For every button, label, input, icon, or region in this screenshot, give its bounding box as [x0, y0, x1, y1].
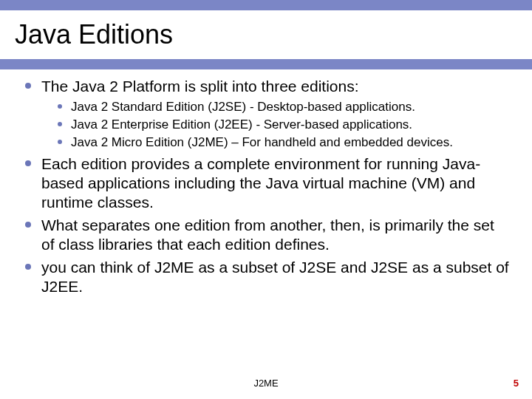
- list-item: Each edition provides a complete environ…: [25, 154, 510, 211]
- page-number: 5: [514, 378, 519, 389]
- list-item: Java 2 Enterprise Edition (J2EE) - Serve…: [41, 117, 510, 132]
- slide-title: Java Editions: [15, 19, 173, 50]
- bullet-list: The Java 2 Platform is split into three …: [25, 77, 510, 296]
- bullet-text: What separates one edition from another,…: [41, 216, 494, 253]
- bullet-text: Java 2 Standard Edition (J2SE) - Desktop…: [71, 100, 415, 114]
- list-item: Java 2 Micro Edition (J2ME) – For handhe…: [41, 134, 510, 150]
- bullet-text: Each edition provides a complete environ…: [41, 155, 480, 210]
- content-area: The Java 2 Platform is split into three …: [25, 77, 510, 301]
- list-item: What separates one edition from another,…: [25, 216, 510, 253]
- title-underline-band: [0, 59, 532, 69]
- bullet-text: Java 2 Micro Edition (J2ME) – For handhe…: [71, 135, 453, 149]
- bullet-text: you can think of J2ME as a subset of J2S…: [41, 259, 509, 295]
- list-item: you can think of J2ME as a subset of J2S…: [25, 258, 510, 296]
- title-area: Java Editions: [0, 10, 532, 59]
- sub-bullet-list: Java 2 Standard Edition (J2SE) - Desktop…: [41, 99, 510, 151]
- list-item: The Java 2 Platform is split into three …: [25, 77, 510, 150]
- footer-label: J2ME: [0, 378, 532, 389]
- bullet-text: Java 2 Enterprise Edition (J2EE) - Serve…: [71, 117, 412, 132]
- bullet-text: The Java 2 Platform is split into three …: [41, 78, 359, 95]
- slide: Java Editions The Java 2 Platform is spl…: [0, 0, 532, 399]
- list-item: Java 2 Standard Edition (J2SE) - Desktop…: [41, 99, 510, 115]
- top-accent-band: [0, 0, 532, 10]
